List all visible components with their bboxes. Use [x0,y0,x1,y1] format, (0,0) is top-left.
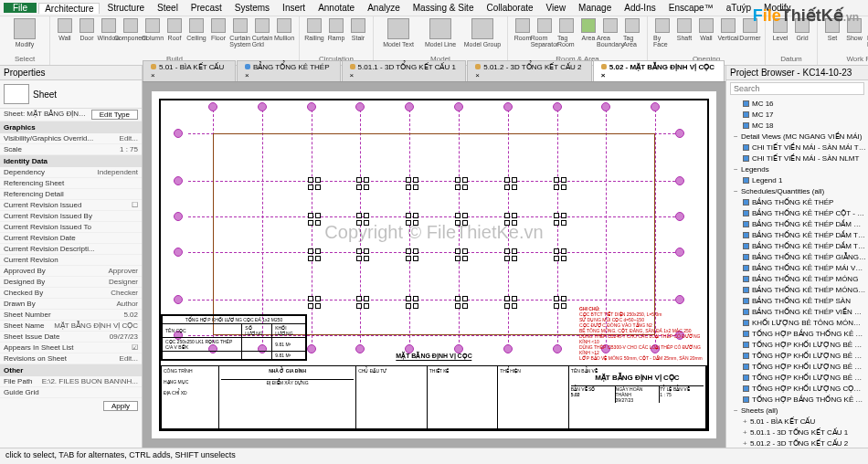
ribbon-area-boundary[interactable]: Area Boundary [601,18,619,47]
ribbon-model-text[interactable]: Model Text [379,18,418,47]
ribbon-railing[interactable]: Railing [305,18,323,47]
props-row[interactable]: Sheet NameMẶT BẰNG ĐỊNH VỊ CỌC [0,321,142,332]
tree-item[interactable]: BẢNG THỐNG KÊ THÉP DẦM TRỆT PHƯƠNG [728,241,866,252]
props-row[interactable]: Checked ByChecker [0,288,142,299]
ribbon-tag-area[interactable]: Tag Area [623,18,641,47]
tree-item[interactable]: Legend 1 [728,175,866,186]
props-row[interactable]: Revisions on SheetEdit... [0,353,142,364]
props-row[interactable]: Current Revision Descripti... [0,244,142,255]
props-row[interactable]: Current Revision Date [0,233,142,244]
tree-item[interactable]: TỔNG HỢP KHỐI LƯỢNG BÊ TÔNG SÀN [728,373,866,384]
props-row[interactable]: Current Revision [0,255,142,266]
props-row[interactable]: Designed ByDesigner [0,277,142,288]
props-row[interactable]: Sheet Issue Date09/27/23 [0,332,142,343]
ribbon-by-face[interactable]: By Face [653,18,672,47]
tree-item[interactable]: BẢNG THỐNG KÊ THÉP MÁI VÒM [728,263,866,274]
ribbon-room-separator[interactable]: Room Separator [535,18,554,47]
ribbon-model-group[interactable]: Model Group [463,18,502,47]
tree-item[interactable]: TỔNG HỢP KHỐI LƯỢNG BÊ TÔNG CỘT ĐÁ 1 [728,340,866,351]
properties-selector[interactable]: Sheet: MẶT BẰNG ĐỊNH VỊ CỌC [4,110,91,120]
tree-item[interactable]: −Schedules/Quantities (all) [728,186,866,197]
ribbon-door[interactable]: Door [78,18,96,47]
props-row[interactable]: Referencing Detail [0,189,142,200]
tree-item[interactable]: TỔNG HỢP BẢNG THỐNG KÊ THÉP [728,329,866,340]
tree-item[interactable]: BẢNG THỐNG KÊ THÉP CỘT - CỔ CỘT [728,208,866,219]
props-row[interactable]: Referencing Sheet [0,178,142,189]
props-row[interactable]: DependencyIndependent [0,167,142,178]
drawing-canvas[interactable]: MẶT BẰNG ĐỊNH VỊ CỌC TỔNG HỢP KHỐI LƯỢNG… [152,91,716,438]
tree-item[interactable]: CHI TIẾT VIỀN MÁI - SÀN NLMT [728,153,866,164]
menu-massing[interactable]: Massing & Site [408,3,480,13]
tree-item[interactable]: BẢNG THỐNG KÊ THÉP MÓNG M1 M2 M3 [728,285,866,296]
ribbon-tag-room[interactable]: Tag Room [557,18,576,47]
tree-item[interactable]: BẢNG THỐNG KÊ THÉP SÀN [728,296,866,307]
ribbon-ceiling[interactable]: Ceiling [187,18,206,47]
menu-view[interactable]: View [541,3,572,13]
tree-item[interactable]: TỔNG HỢP KHỐI LƯỢNG BÊ TÔNG MÓNG Đ [728,362,866,373]
menu-precast[interactable]: Precast [185,3,228,13]
menu-insert[interactable]: Insert [277,3,311,13]
tree-item[interactable]: BẢNG THỐNG KÊ THÉP DẦM TRỆT PHƯƠNG [728,230,866,241]
menu-atuyp[interactable]: aTuýp [721,3,757,13]
props-row[interactable]: Current Revision Issued By [0,211,142,222]
properties-type[interactable]: Sheet [0,80,142,109]
props-row[interactable]: Current Revision Issued To [0,222,142,233]
view-tab[interactable]: BẢNG TỔNG KÊ THÉP × [237,60,341,81]
view-tab[interactable]: 5.01 - BÌA KẾT CẤU × [143,60,236,81]
menu-steel[interactable]: Steel [152,3,184,13]
menu-structure[interactable]: Structure [101,3,150,13]
props-row[interactable]: Current Revision Issued☐ [0,200,142,211]
tree-item[interactable]: KHỐI LƯỢNG BÊ TÔNG MÓNG ĐÁ 1x2 M250 [728,318,866,329]
menu-architecture[interactable]: Architecture [38,3,100,14]
ribbon-stair[interactable]: Stair [349,18,367,47]
view-tab[interactable]: 5.01.1 - 3D TỔNG KẾT CẤU 1 × [342,60,467,81]
tree-item[interactable]: BẢNG THỐNG KÊ THÉP MÓNG [728,274,866,285]
tree-item[interactable]: TỔNG HỢP BẢNG THỐNG KÊ THÉP THEO CK [728,395,866,406]
tree-item[interactable]: CHI TIẾT VIỀN MÁI - SÀN MÁI TUM [728,142,866,153]
ribbon-ramp[interactable]: Ramp [327,18,345,47]
menu-enscape[interactable]: Enscape™ [663,3,719,13]
ribbon-roof[interactable]: Roof [165,18,184,47]
ribbon-wall[interactable]: Wall [56,18,74,47]
tree-item[interactable]: BẢNG THỐNG KÊ THÉP VIỀN MÁI [728,307,866,318]
ribbon-shaft[interactable]: Shaft [675,18,693,47]
menu-analyze[interactable]: Analyze [362,3,406,13]
tree-item[interactable]: TỔNG HỢP KHỐI LƯỢNG CỌC ĐÁ 1x2 M250 [728,384,866,395]
view-tab[interactable]: 5.01.2 - 3D TỔNG KẾT CẤU 2 × [467,60,592,81]
edit-type-button[interactable]: Edit Type [91,110,138,120]
ribbon-curtain-system[interactable]: Curtain System [231,18,249,47]
ribbon-window[interactable]: Window [100,18,118,47]
menu-annotate[interactable]: Annotate [312,3,360,13]
props-row[interactable]: Scale1 : 75 [0,144,142,155]
props-row[interactable]: File PathE:\2. FILES BUON BAN\NH... [0,376,142,387]
tree-item[interactable]: TỔNG HỢP KHỐI LƯỢNG BÊ TÔNG DẦM [728,351,866,362]
tree-item[interactable]: BẢNG THỐNG KÊ THÉP GIẰNG MÓNG [728,252,866,263]
tree-item[interactable]: +5.01.1 - 3D TỔNG KẾT CẤU 1 [728,427,866,438]
props-row[interactable]: Approved ByApprover [0,266,142,277]
tree-item[interactable]: BẢNG THỐNG KÊ THÉP [728,197,866,208]
menu-addins[interactable]: Add-Ins [619,3,661,13]
props-row[interactable]: Drawn ByAuthor [0,299,142,310]
ribbon-model-line[interactable]: Model Line [421,18,460,47]
props-row[interactable]: Guide Grid [0,387,142,398]
ribbon-vertical[interactable]: Vertical [719,18,737,47]
tree-item[interactable]: −Legends [728,164,866,175]
tree-item[interactable]: +5.01 - BÌA KẾT CẤU [728,417,866,427]
ribbon-component[interactable]: Component [122,18,140,47]
tree-item[interactable]: MC 16 [728,99,866,110]
menu-manage[interactable]: Manage [573,3,617,13]
props-row[interactable]: Sheet Number5.02 [0,310,142,321]
ribbon-area[interactable]: Area [579,18,598,47]
menu-collaborate[interactable]: Collaborate [481,3,538,13]
props-row[interactable]: Visibility/Graphics Overrid...Edit... [0,133,142,144]
tree-item[interactable]: MC 18 [728,121,866,132]
ribbon-modify[interactable]: Modify [5,18,44,47]
tree-item[interactable]: MC 17 [728,110,866,121]
ribbon-room[interactable]: Room [513,18,532,47]
tree-item[interactable]: −Sheets (all) [728,406,866,417]
menu-file[interactable]: File [4,3,37,13]
ribbon-mullion[interactable]: Mullion [275,18,293,47]
browser-search-input[interactable] [730,82,864,95]
tree-item[interactable]: −Detail Views (MC NGANG VIỀN MÁI) [728,132,866,142]
apply-button[interactable]: Apply [103,401,138,411]
